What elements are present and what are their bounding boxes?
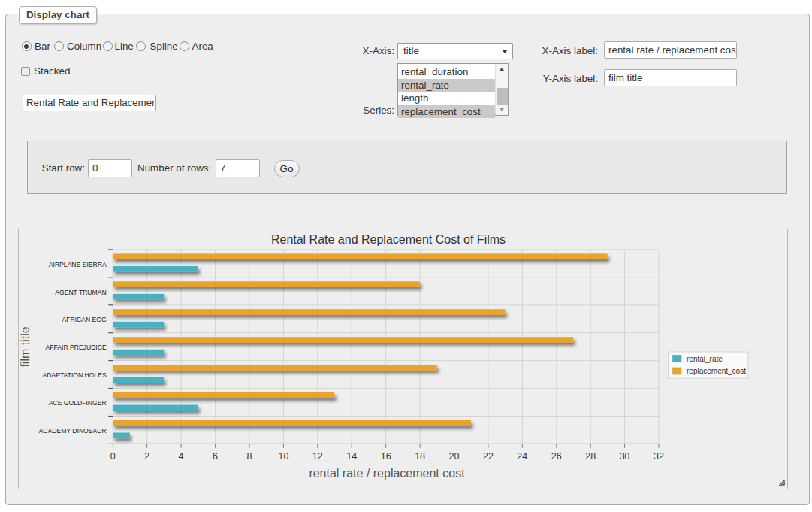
svg-text:replacement_cost: replacement_cost [687, 367, 746, 375]
svg-text:6: 6 [213, 451, 218, 462]
svg-text:AFRICAN EGG: AFRICAN EGG [62, 316, 107, 323]
svg-text:ACADEMY DINOSAUR: ACADEMY DINOSAUR [39, 427, 107, 435]
svg-text:AFFAIR PREJUDICE: AFFAIR PREJUDICE [46, 344, 107, 351]
svg-text:32: 32 [654, 451, 664, 462]
svg-text:2: 2 [144, 451, 149, 462]
svg-text:AIRPLANE SIERRA: AIRPLANE SIERRA [49, 261, 107, 268]
svg-text:26: 26 [551, 451, 562, 462]
svg-text:ADAPTATION HOLES: ADAPTATION HOLES [43, 371, 107, 379]
svg-text:4: 4 [179, 451, 184, 462]
svg-text:14: 14 [346, 451, 357, 462]
svg-text:rental rate / replacement cost: rental rate / replacement cost [309, 467, 465, 480]
svg-text:28: 28 [585, 451, 596, 462]
svg-text:Rental Rate and Replacement Co: Rental Rate and Replacement Cost of Film… [271, 233, 506, 246]
svg-text:24: 24 [517, 451, 527, 462]
svg-text:film title: film title [19, 326, 32, 367]
svg-text:10: 10 [278, 451, 288, 462]
svg-text:20: 20 [449, 451, 460, 462]
svg-text:30: 30 [620, 451, 630, 462]
svg-text:rental_rate: rental_rate [687, 355, 723, 363]
svg-text:0: 0 [110, 451, 116, 462]
svg-text:18: 18 [415, 451, 425, 462]
svg-text:ACE GOLDFINGER: ACE GOLDFINGER [49, 399, 107, 407]
svg-text:12: 12 [312, 451, 323, 462]
svg-text:16: 16 [381, 451, 391, 462]
svg-text:22: 22 [483, 451, 494, 462]
svg-text:8: 8 [247, 451, 252, 462]
svg-text:AGENT TRUMAN: AGENT TRUMAN [55, 289, 106, 296]
